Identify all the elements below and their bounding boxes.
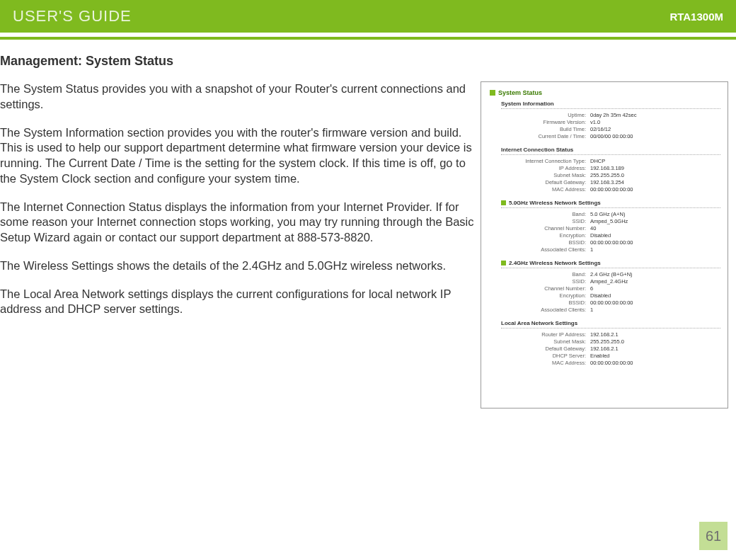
kv-row: BSSID:00:00:00:00:00:00	[501, 299, 720, 306]
kv-val: 255.255.255.0	[590, 172, 624, 178]
kv-row: MAC Address:00:00:00:00:00:00	[501, 360, 720, 366]
screenshot-column: System Status System Information Uptime:…	[481, 81, 728, 408]
kv-val: 192.168.2.1	[590, 331, 619, 338]
kv-row: DHCP Server:Enabled	[501, 353, 720, 359]
kv-val: Disabled	[590, 292, 611, 299]
kv-row: Associated Clients:1	[501, 307, 720, 313]
kv-row: Default Gateway:192.168.3.254	[501, 179, 720, 185]
divider	[501, 207, 720, 208]
doc-header: USER'S GUIDE RTA1300M	[0, 0, 736, 33]
kv-row: Default Gateway:192.168.2.1	[501, 345, 720, 352]
section-name: Internet Connection Status	[501, 147, 573, 153]
kv-val: 192.168.3.189	[590, 165, 624, 171]
kv-key: Associated Clients:	[501, 307, 590, 313]
kv-key: Channel Number:	[501, 285, 590, 292]
section-header-24ghz: 2.4GHz Wireless Network Settings	[501, 260, 720, 266]
divider	[501, 328, 720, 328]
kv-key: IP Address:	[501, 165, 590, 171]
paragraph: The Local Area Network settings displays…	[0, 287, 476, 318]
section-header-sysinfo: System Information	[501, 101, 720, 107]
kv-key: DHCP Server:	[501, 353, 590, 359]
kv-val: 00:00:00:00:00:00	[590, 360, 633, 366]
kv-key: Encryption:	[501, 292, 590, 299]
kv-val: Amped_2.4GHz	[590, 278, 628, 285]
kv-val: 00/00/00 00:00:00	[590, 133, 633, 139]
kv-key: Encryption:	[501, 232, 590, 239]
header-model: RTA1300M	[669, 11, 723, 23]
kv-key: BSSID:	[501, 299, 590, 306]
kv-row: MAC Address:00:00:00:00:00:00	[501, 186, 720, 193]
content: Management: System Status The System Sta…	[0, 40, 736, 408]
kv-row: Encryption:Disabled	[501, 292, 720, 299]
kv-row: BSSID:00:00:00:00:00:00	[501, 239, 720, 246]
kv-row: Internet Connection Type:DHCP	[501, 158, 720, 164]
divider	[501, 154, 720, 155]
kv-val: 192.168.3.254	[590, 179, 624, 185]
kv-key: Band:	[501, 271, 590, 278]
kv-val: DHCP	[590, 158, 605, 164]
kv-row: Channel Number:6	[501, 285, 720, 292]
kv-key: Band:	[501, 211, 590, 217]
paragraph: The Wireless Settings shows the details …	[0, 258, 476, 274]
kv-row: Subnet Mask:255.255.255.0	[501, 172, 720, 178]
kv-key: MAC Address:	[501, 186, 590, 193]
section-name: 5.0GHz Wireless Network Settings	[509, 200, 601, 206]
kv-row: Firmware Version:v1.0	[501, 119, 720, 125]
divider	[501, 268, 720, 268]
kv-row: Band:5.0 GHz (A+N)	[501, 211, 720, 217]
kv-key: Build Time:	[501, 126, 590, 132]
kv-val: 00:00:00:00:00:00	[590, 186, 633, 193]
system-status-screenshot: System Status System Information Uptime:…	[481, 81, 728, 408]
page-number: 61	[699, 522, 728, 550]
kv-val: Amped_5.0GHz	[590, 218, 628, 224]
kv-key: SSID:	[501, 278, 590, 285]
kv-row: Associated Clients:1	[501, 246, 720, 253]
kv-val: 192.168.2.1	[590, 345, 619, 352]
kv-key: Channel Number:	[501, 225, 590, 232]
kv-key: Subnet Mask:	[501, 172, 590, 178]
screenshot-title-text: System Status	[498, 89, 542, 96]
square-icon	[501, 200, 506, 205]
paragraph: The System Status provides you with a sn…	[0, 81, 476, 113]
kv-key: Default Gateway:	[501, 179, 590, 185]
section-name: 2.4GHz Wireless Network Settings	[509, 260, 601, 266]
kv-row: Uptime:0day 2h 35m 42sec	[501, 112, 720, 118]
square-icon	[501, 261, 506, 265]
kv-row: IP Address:192.168.3.189	[501, 165, 720, 171]
header-title: USER'S GUIDE	[13, 7, 132, 25]
kv-val: 255.255.255.0	[590, 338, 624, 345]
section-header-lan: Local Area Network Settings	[501, 320, 720, 326]
kv-val: Enabled	[590, 353, 610, 359]
kv-val: 6	[590, 285, 593, 292]
kv-row: Subnet Mask:255.255.255.0	[501, 338, 720, 345]
kv-val: 1	[590, 246, 593, 253]
kv-key: Default Gateway:	[501, 345, 590, 352]
kv-row: Build Time:02/16/12	[501, 126, 720, 132]
kv-val: 5.0 GHz (A+N)	[590, 211, 625, 217]
kv-val: 40	[590, 225, 596, 232]
kv-row: Current Date / Time:00/00/00 00:00:00	[501, 133, 720, 139]
page: USER'S GUIDE RTA1300M Management: System…	[0, 0, 736, 560]
kv-key: BSSID:	[501, 239, 590, 246]
divider	[501, 108, 720, 109]
kv-key: Subnet Mask:	[501, 338, 590, 345]
kv-val: Disabled	[590, 232, 611, 239]
body-row: The System Status provides you with a sn…	[0, 81, 736, 408]
kv-row: SSID:Amped_2.4GHz	[501, 278, 720, 285]
section-heading: Management: System Status	[0, 54, 736, 69]
kv-val: 02/16/12	[590, 126, 611, 132]
kv-key: Internet Connection Type:	[501, 158, 590, 164]
screenshot-title: System Status	[490, 89, 720, 96]
kv-key: MAC Address:	[501, 360, 590, 366]
section-header-5ghz: 5.0GHz Wireless Network Settings	[501, 200, 720, 206]
kv-key: Uptime:	[501, 112, 590, 118]
kv-val: v1.0	[590, 119, 600, 125]
section-header-internet: Internet Connection Status	[501, 147, 720, 153]
kv-key: Router IP Address:	[501, 331, 590, 338]
paragraph: The System Information section provides …	[0, 125, 476, 187]
section-name: Local Area Network Settings	[501, 320, 577, 326]
kv-val: 2.4 GHz (B+G+N)	[590, 271, 633, 278]
kv-val: 0day 2h 35m 42sec	[590, 112, 636, 118]
kv-key: Associated Clients:	[501, 246, 590, 253]
section-name: System Information	[501, 101, 554, 107]
